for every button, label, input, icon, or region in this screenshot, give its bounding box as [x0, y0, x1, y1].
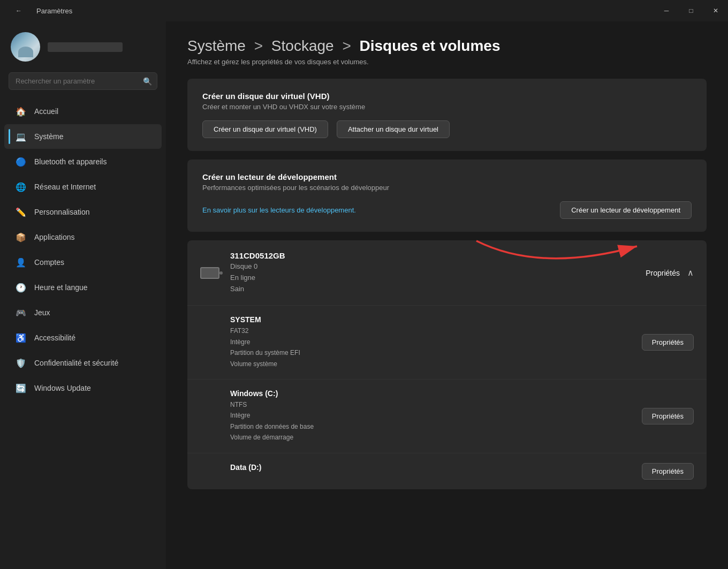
- volume-row: SYSTEMFAT32IntègrePartition du système E…: [187, 306, 707, 380]
- sidebar-item-label-comptes: Comptes: [34, 258, 64, 267]
- sidebar-item-systeme[interactable]: 💻Système: [4, 124, 162, 149]
- app-container: 🔍 🏠Accueil💻Système🔵Bluetooth et appareil…: [0, 21, 728, 569]
- disk-info: 311CD0512GB Disque 0En ligneSain: [230, 251, 646, 294]
- page-subtitle: Affichez et gérez les propriétés de vos …: [187, 58, 707, 66]
- sidebar-item-label-systeme: Système: [34, 132, 63, 141]
- user-profile: [0, 21, 166, 72]
- content-relative: Système > Stockage > Disques et volumes …: [187, 37, 707, 489]
- sidebar-item-label-heure: Heure et langue: [34, 283, 88, 292]
- sidebar-item-reseau[interactable]: 🌐Réseau et Internet: [4, 175, 162, 199]
- create-dev-drive-button[interactable]: Créer un lecteur de développement: [560, 201, 692, 219]
- volume-name-1: Windows (C:): [230, 389, 642, 398]
- sidebar-item-label-apps: Applications: [34, 233, 75, 241]
- sidebar-item-apps[interactable]: 📦Applications: [4, 225, 162, 249]
- volume-info-0: SYSTEMFAT32IntègrePartition du système E…: [230, 315, 642, 369]
- volume-info-1: Windows (C:)NTFSIntègrePartition de donn…: [230, 389, 642, 443]
- sidebar-item-jeux[interactable]: 🎮Jeux: [4, 300, 162, 325]
- breadcrumb-sep2: >: [342, 37, 355, 54]
- sidebar-item-label-bluetooth: Bluetooth et appareils: [34, 157, 107, 166]
- volume-row: Data (D:)Propriétés: [187, 453, 707, 489]
- breadcrumb-part3: Disques et volumes: [360, 37, 500, 54]
- volume-info-2: Data (D:): [230, 463, 642, 473]
- titlebar: ← Paramètres ─ □ ✕: [0, 0, 728, 21]
- create-vhd-button[interactable]: Créer un disque dur virtuel (VHD): [202, 120, 328, 138]
- titlebar-controls: ─ □ ✕: [654, 0, 728, 21]
- disk-header: 311CD0512GB Disque 0En ligneSain Proprié…: [187, 240, 707, 306]
- volume-details-0: FAT32IntègrePartition du système EFIVolu…: [230, 325, 642, 369]
- volume-name-0: SYSTEM: [230, 315, 642, 324]
- sidebar-item-label-accessibilite: Accessibilité: [34, 333, 75, 342]
- sidebar-item-label-jeux: Jeux: [34, 308, 50, 317]
- sidebar-item-comptes[interactable]: 👤Comptes: [4, 250, 162, 275]
- heure-icon: 🕐: [15, 282, 27, 293]
- apps-icon: 📦: [15, 231, 27, 243]
- vhd-card: Créer un disque dur virtuel (VHD) Créer …: [187, 79, 707, 151]
- sidebar-item-accueil[interactable]: 🏠Accueil: [4, 99, 162, 124]
- search-input[interactable]: [9, 72, 157, 90]
- back-button[interactable]: ←: [6, 0, 31, 21]
- sidebar-item-update[interactable]: 🔄Windows Update: [4, 376, 162, 400]
- sidebar-item-bluetooth[interactable]: 🔵Bluetooth et appareils: [4, 149, 162, 174]
- disk-details: Disque 0En ligneSain: [230, 261, 646, 294]
- sidebar-item-perso[interactable]: ✏️Personnalisation: [4, 200, 162, 224]
- maximize-button[interactable]: □: [679, 0, 703, 21]
- search-icon: 🔍: [143, 77, 152, 86]
- update-icon: 🔄: [15, 382, 27, 394]
- sidebar-item-heure[interactable]: 🕐Heure et langue: [4, 275, 162, 300]
- volume-details-1: NTFSIntègrePartition de données de baseV…: [230, 399, 642, 443]
- sidebar-item-label-update: Windows Update: [34, 384, 91, 392]
- accueil-icon: 🏠: [15, 105, 27, 117]
- perso-icon: ✏️: [15, 206, 27, 218]
- disk-action: Propriétés ∧: [646, 268, 694, 278]
- jeux-icon: 🎮: [15, 307, 27, 318]
- disk-name: 311CD0512GB: [230, 251, 646, 260]
- bluetooth-icon: 🔵: [15, 156, 27, 168]
- disk-card: 311CD0512GB Disque 0En ligneSain Proprié…: [187, 240, 707, 489]
- volume-row: Windows (C:)NTFSIntègrePartition de donn…: [187, 380, 707, 453]
- dev-card-subtitle: Performances optimisées pour les scénari…: [202, 184, 692, 192]
- breadcrumb-part2: Stockage: [271, 37, 334, 54]
- sidebar-item-confidentialite[interactable]: 🛡️Confidentialité et sécurité: [4, 351, 162, 375]
- disk-properties-label: Propriétés: [646, 269, 680, 277]
- breadcrumb-sep1: >: [254, 37, 267, 54]
- systeme-icon: 💻: [15, 131, 27, 142]
- dev-learn-more-link[interactable]: En savoir plus sur les lecteurs de dével…: [202, 206, 356, 214]
- breadcrumb-part1: Système: [187, 37, 246, 54]
- dev-card-left: En savoir plus sur les lecteurs de dével…: [202, 205, 551, 216]
- avatar: [11, 32, 40, 62]
- volumes-container: SYSTEMFAT32IntègrePartition du système E…: [187, 306, 707, 489]
- disk-chevron-icon[interactable]: ∧: [687, 268, 694, 278]
- comptes-icon: 👤: [15, 256, 27, 268]
- dev-card: Créer un lecteur de développement Perfor…: [187, 160, 707, 232]
- dev-card-row: En savoir plus sur les lecteurs de dével…: [202, 201, 692, 219]
- close-button[interactable]: ✕: [703, 0, 728, 21]
- sidebar-item-label-reseau: Réseau et Internet: [34, 183, 96, 191]
- confidentialite-icon: 🛡️: [15, 357, 27, 369]
- accessibilite-icon: ♿: [15, 332, 27, 344]
- volume-name-2: Data (D:): [230, 463, 642, 472]
- titlebar-left: ← Paramètres: [6, 0, 72, 21]
- reseau-icon: 🌐: [15, 181, 27, 193]
- vhd-card-buttons: Créer un disque dur virtuel (VHD) Attach…: [202, 120, 692, 138]
- search-box: 🔍: [9, 72, 157, 90]
- volume-properties-button-2[interactable]: Propriétés: [642, 463, 694, 480]
- attach-vhd-button[interactable]: Attacher un disque dur virtuel: [337, 120, 450, 138]
- content-area: Système > Stockage > Disques et volumes …: [166, 21, 728, 569]
- nav-container: 🏠Accueil💻Système🔵Bluetooth et appareils🌐…: [0, 98, 166, 401]
- dev-card-title: Créer un lecteur de développement: [202, 172, 692, 181]
- minimize-button[interactable]: ─: [654, 0, 679, 21]
- disk-icon: [200, 267, 219, 279]
- sidebar-item-label-perso: Personnalisation: [34, 208, 90, 216]
- vhd-card-subtitle: Créer et monter un VHD ou VHDX sur votre…: [202, 103, 692, 111]
- sidebar-item-label-confidentialite: Confidentialité et sécurité: [34, 359, 118, 367]
- titlebar-title: Paramètres: [36, 7, 72, 15]
- vhd-card-title: Créer un disque dur virtuel (VHD): [202, 92, 692, 101]
- volume-properties-button-1[interactable]: Propriétés: [642, 408, 694, 424]
- volume-properties-button-0[interactable]: Propriétés: [642, 334, 694, 351]
- sidebar-item-accessibilite[interactable]: ♿Accessibilité: [4, 325, 162, 350]
- sidebar-item-label-accueil: Accueil: [34, 107, 58, 116]
- sidebar: 🔍 🏠Accueil💻Système🔵Bluetooth et appareil…: [0, 21, 166, 569]
- username: [48, 42, 123, 52]
- breadcrumb: Système > Stockage > Disques et volumes: [187, 37, 707, 55]
